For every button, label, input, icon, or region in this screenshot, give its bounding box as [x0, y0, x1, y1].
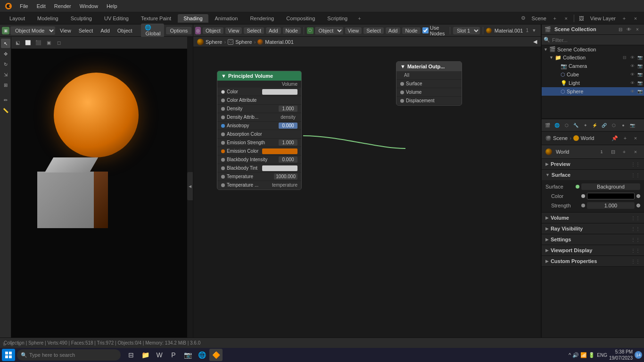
scene-collection-expand[interactable]: ▼: [544, 47, 549, 52]
viewport-global-btn[interactable]: 🌐 Global: [141, 24, 165, 37]
prop-icon-data[interactable]: ⬡: [610, 121, 618, 130]
tab-shading[interactable]: Shading: [178, 14, 208, 23]
node-select-btn[interactable]: Select: [244, 27, 264, 34]
viewlayer-del[interactable]: ×: [631, 14, 640, 23]
outliner-close-icon[interactable]: ×: [634, 26, 641, 33]
slot-select[interactable]: Slot 1: [453, 27, 480, 34]
viewport-right-arrow[interactable]: ◀: [187, 172, 193, 200]
customprops-menu[interactable]: ⋮⋮: [631, 259, 640, 264]
prop-icon-physics[interactable]: ⚡: [591, 121, 599, 130]
tab-sculpting[interactable]: Sculpting: [65, 14, 98, 23]
move-tool[interactable]: ✥: [1, 49, 10, 58]
prop-icon-scene[interactable]: 🎬: [544, 121, 552, 130]
value-density[interactable]: 1.000: [279, 106, 297, 112]
outliner-item-cube[interactable]: ⬡ Cube 👁 📷: [542, 70, 644, 79]
viewport-object-btn[interactable]: Object: [115, 27, 135, 34]
viewport-view-btn[interactable]: View: [57, 27, 74, 34]
breadcrumb-end-arrow[interactable]: ◀: [533, 39, 537, 45]
use-nodes-input[interactable]: [422, 27, 429, 33]
camera-eye-icon[interactable]: 👁: [629, 63, 636, 69]
outliner-item-scene-collection[interactable]: ▼ 🎬 Scene Collection: [542, 45, 644, 53]
section-settings-header[interactable]: ▶ Settings ⋮⋮: [542, 234, 644, 245]
viewport-sub4[interactable]: ▣: [44, 39, 53, 47]
collection-eye-icon[interactable]: 👁: [629, 54, 636, 61]
tab-rendering[interactable]: Rendering: [244, 14, 280, 23]
light-eye-icon[interactable]: 👁: [629, 80, 636, 86]
collection-cam-icon[interactable]: 📷: [636, 54, 643, 61]
strength-value[interactable]: 1.000: [587, 202, 635, 209]
viewport-add-btn[interactable]: Add: [98, 27, 113, 34]
node-node-btn[interactable]: Node: [283, 27, 301, 34]
viewport-sub1[interactable]: ⬕: [13, 39, 22, 47]
surface-menu[interactable]: ⋮⋮: [631, 173, 640, 178]
taskbar-taskview[interactable]: ⊟: [124, 349, 138, 361]
section-volume-header[interactable]: ▶ Volume ⋮⋮: [542, 213, 644, 223]
section-preview-header[interactable]: ▶ Preview ⋮⋮: [542, 159, 644, 169]
transform-tool[interactable]: ⊞: [1, 80, 10, 90]
tab-animation[interactable]: Animation: [209, 14, 244, 23]
tab-layout[interactable]: Layout: [4, 14, 31, 23]
cube-eye-icon[interactable]: 👁: [629, 71, 636, 78]
node-node-toggle[interactable]: Node: [402, 27, 420, 34]
collection-expand[interactable]: ▼: [549, 55, 555, 60]
blender-logo[interactable]: [4, 1, 13, 11]
node-material-output[interactable]: ▼ Material Outp... All Surface Volume Di…: [396, 61, 462, 106]
material-browse[interactable]: ▾: [529, 26, 539, 35]
node-canvas[interactable]: ▼ Principled Volume Volume Color Color A…: [193, 47, 541, 348]
taskbar-blender[interactable]: 🔶: [209, 349, 223, 361]
menu-help[interactable]: Help: [103, 2, 121, 10]
outliner-item-light[interactable]: 💡 Light 👁 📷: [542, 79, 644, 87]
outliner-item-collection[interactable]: ▼ 📁 Collection ⊟ 👁 📷: [542, 53, 644, 62]
scene-settings-icon[interactable]: ×: [561, 14, 571, 23]
cursor-tool[interactable]: ↖: [1, 39, 10, 48]
taskbar-powerpoint[interactable]: P: [167, 349, 180, 361]
viewlayer-add[interactable]: +: [619, 14, 629, 23]
viewport-canvas[interactable]: ⊕: [11, 49, 187, 348]
node-expand-arrow[interactable]: ▼: [221, 73, 226, 79]
prop-icon-world[interactable]: 🌐: [553, 121, 561, 130]
node-select-toggle[interactable]: Select: [363, 27, 384, 34]
viewportdisplay-menu[interactable]: ⋮⋮: [631, 248, 640, 253]
color-swatch-black[interactable]: [587, 193, 635, 199]
prop-del-icon[interactable]: ×: [631, 133, 640, 143]
tab-add-button[interactable]: +: [354, 14, 364, 23]
viewport-sub3[interactable]: ⬛: [34, 39, 42, 47]
section-viewportdisplay-header[interactable]: ▶ Viewport Display ⋮⋮: [542, 245, 644, 255]
outliner-search[interactable]: 🔍: [542, 35, 644, 45]
tab-compositing[interactable]: Compositing: [281, 14, 321, 23]
section-customprops-header[interactable]: ▶ Custom Properties ⋮⋮: [542, 256, 644, 266]
annotate-tool[interactable]: ✏: [1, 95, 10, 105]
scale-tool[interactable]: ⇲: [1, 70, 10, 79]
prop-icon-render[interactable]: 📷: [628, 121, 637, 130]
start-button[interactable]: [2, 349, 15, 361]
world-new-icon[interactable]: +: [619, 147, 629, 156]
scene-add-icon[interactable]: +: [550, 14, 560, 23]
prop-icon-modifier[interactable]: 🔧: [572, 121, 580, 130]
color-swatch-tint[interactable]: [262, 165, 297, 171]
viewport-sub2[interactable]: ⬜: [24, 39, 32, 47]
taskbar-word[interactable]: W: [153, 349, 166, 361]
settings-menu[interactable]: ⋮⋮: [631, 237, 640, 242]
outliner-filter-icon[interactable]: ⊟: [617, 26, 624, 33]
menu-window[interactable]: Window: [76, 2, 102, 10]
section-rayvis-header[interactable]: ▶ Ray Visibility ⋮⋮: [542, 223, 644, 234]
menu-file[interactable]: File: [16, 2, 32, 10]
menu-edit[interactable]: Edit: [33, 2, 50, 10]
light-render-icon[interactable]: 📷: [636, 80, 643, 86]
rayvis-menu[interactable]: ⋮⋮: [631, 226, 640, 231]
prop-icon-object[interactable]: ⬡: [562, 121, 571, 130]
tab-modeling[interactable]: Modeling: [32, 14, 64, 23]
outliner-item-sphere[interactable]: ⬡ Sphere 👁 📷: [542, 87, 644, 96]
color-swatch-emission[interactable]: [262, 148, 297, 154]
prop-icon-material[interactable]: ●: [619, 121, 627, 130]
viewport-select-btn[interactable]: Select: [76, 27, 96, 34]
node-type-select[interactable]: Object: [315, 27, 343, 34]
node-add-btn[interactable]: Add: [266, 27, 281, 34]
node-view-toggle[interactable]: View: [345, 27, 362, 34]
viewport-sub5[interactable]: ◻: [55, 39, 63, 47]
world-del-icon[interactable]: ×: [631, 147, 640, 156]
camera-render-icon[interactable]: 📷: [636, 63, 643, 69]
node-view-btn[interactable]: View: [225, 27, 242, 34]
cube-render-icon[interactable]: 📷: [636, 71, 643, 78]
taskbar-file-explorer[interactable]: 📁: [139, 349, 152, 361]
